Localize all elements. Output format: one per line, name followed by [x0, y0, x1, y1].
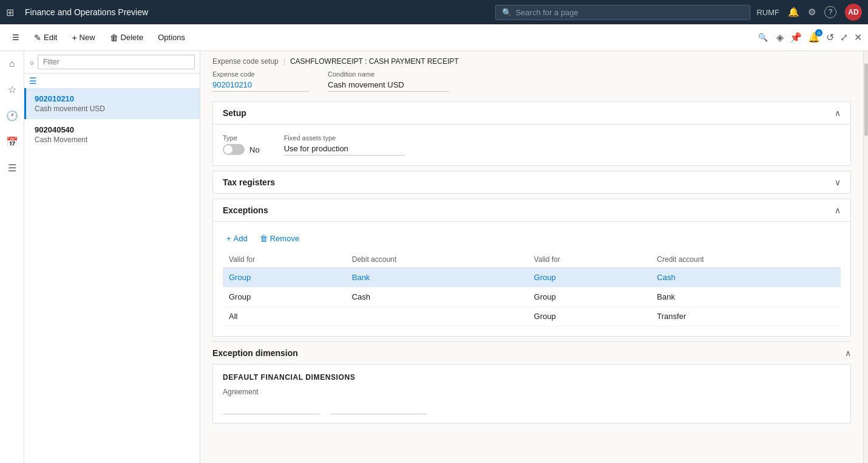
type-toggle[interactable]: [223, 144, 245, 155]
favorites-icon[interactable]: ☆: [5, 81, 19, 98]
user-avatar[interactable]: AD: [845, 4, 862, 21]
add-plus-icon: +: [226, 234, 231, 243]
cell-valid-for-1: All: [223, 307, 346, 326]
tax-registers-section: Tax registers ∨: [212, 171, 851, 194]
edit-pen-icon: ✎: [34, 33, 41, 43]
setup-chevron-up-icon: ∧: [835, 108, 841, 118]
filter-input[interactable]: [38, 55, 195, 69]
grid-icon[interactable]: ⊞: [6, 7, 14, 18]
options-button[interactable]: Options: [152, 29, 191, 46]
setup-section-header[interactable]: Setup ∧: [213, 102, 850, 125]
fixed-assets-value[interactable]: Use for production: [284, 144, 405, 156]
type-field: Type No: [223, 134, 260, 155]
sidebar-filter-bar: ⬦: [24, 51, 200, 74]
def-fin-label: Agreement: [223, 388, 841, 396]
col-valid-for-1: Valid for: [223, 252, 346, 268]
delete-trash-icon: 🗑: [110, 33, 118, 43]
add-button[interactable]: + Add: [223, 231, 251, 245]
breadcrumb-part1: Expense code setup: [212, 57, 279, 66]
main-content: Expense code setup | CASHFLOWRECEIPT : C…: [200, 51, 863, 463]
notification-icon[interactable]: 🔔0: [808, 32, 820, 43]
breadcrumb-current: CASHFLOWRECEIPT : CASH PAYMENT RECEIPT: [290, 57, 459, 66]
cell-credit-account: Cash: [651, 268, 841, 287]
exception-dimension-header[interactable]: Exception dimension ∧: [212, 341, 851, 364]
delete-button[interactable]: 🗑 Delete: [104, 29, 150, 46]
sidebar-item-name: Cash Movement: [35, 135, 191, 144]
exceptions-table: Valid for Debit account Valid for Credit…: [223, 252, 841, 326]
main-layout: ⌂ ☆ 🕐 📅 ☰ ⬦ ☰ 902010210 Cash movement US…: [0, 51, 868, 463]
close-icon[interactable]: ✕: [854, 32, 862, 43]
pin-icon[interactable]: 📌: [790, 32, 802, 43]
list-item[interactable]: 902010210 Cash movement USD: [24, 88, 200, 119]
expense-code-value[interactable]: 902010210: [212, 80, 310, 92]
def-fin-input-2[interactable]: [330, 400, 427, 414]
new-button[interactable]: + New: [66, 29, 101, 46]
exceptions-chevron-up-icon: ∧: [835, 205, 841, 215]
col-credit-account: Credit account: [651, 252, 841, 268]
expand-icon[interactable]: ⤢: [840, 32, 848, 43]
far-left-navigation: ⌂ ☆ 🕐 📅 ☰: [0, 51, 24, 463]
recent-icon[interactable]: 🕐: [4, 108, 21, 124]
col-debit-account: Debit account: [346, 252, 528, 268]
cell-debit-account: Cash: [346, 287, 528, 307]
command-bar: ☰ ✎ Edit + New 🗑 Delete Options 🔍 ◈ 📌 🔔0…: [0, 24, 868, 51]
edit-button[interactable]: ✎ Edit: [28, 29, 63, 46]
header-fields: Expense code 902010210 Condition name Ca…: [200, 70, 863, 101]
type-toggle-row: No: [223, 144, 260, 155]
bell-icon[interactable]: 🔔: [788, 7, 799, 18]
cell-valid-for-1: Group: [223, 268, 346, 287]
exceptions-section: Exceptions ∧ + Add 🗑 Remove: [212, 199, 851, 337]
search-placeholder: Search for a page: [515, 8, 578, 17]
workspaces-icon[interactable]: 📅: [4, 134, 21, 150]
tax-registers-section-header[interactable]: Tax registers ∨: [213, 171, 850, 193]
tax-registers-chevron-down-icon: ∨: [835, 177, 841, 187]
search-box[interactable]: 🔍 Search for a page: [495, 5, 750, 20]
remove-trash-icon: 🗑: [260, 234, 268, 243]
def-fin-title: DEFAULT FINANCIAL DIMENSIONS: [223, 373, 841, 382]
exceptions-title: Exceptions: [223, 205, 268, 215]
hamburger-menu-button[interactable]: ☰: [6, 29, 25, 46]
cell-valid-for-1: Group: [223, 287, 346, 307]
expense-code-field: Expense code 902010210: [212, 70, 310, 92]
breadcrumb-separator: |: [283, 57, 285, 66]
gear-icon[interactable]: ⚙: [808, 7, 816, 18]
condition-name-value[interactable]: Cash movement USD: [328, 80, 449, 92]
sidebar-item-code: 902010210: [35, 94, 191, 103]
filter-icon[interactable]: ⬦: [29, 57, 34, 67]
scrollbar[interactable]: [863, 51, 868, 463]
table-row[interactable]: Group Cash Group Bank: [223, 287, 841, 307]
modules-icon[interactable]: ☰: [5, 160, 19, 176]
fixed-assets-field: Fixed assets type Use for production: [284, 134, 405, 156]
cell-valid-for-2: Group: [528, 307, 651, 326]
help-icon[interactable]: ?: [824, 6, 836, 18]
search-toggle-button[interactable]: 🔍: [752, 29, 774, 46]
setup-row: Type No Fixed assets type Use for produc…: [223, 134, 841, 156]
list-item[interactable]: 902040540 Cash Movement: [24, 119, 200, 150]
cell-debit-account: [346, 307, 528, 326]
scrollbar-thumb[interactable]: [864, 63, 868, 136]
remove-button[interactable]: 🗑 Remove: [256, 231, 303, 245]
table-row[interactable]: Group Bank Group Cash: [223, 268, 841, 287]
refresh-icon[interactable]: ↺: [826, 32, 834, 43]
default-financial-dimensions: DEFAULT FINANCIAL DIMENSIONS Agreement: [212, 364, 851, 424]
condition-name-label: Condition name: [328, 70, 449, 78]
search-cmd-icon: 🔍: [758, 33, 768, 42]
app-title: Finance and Operations Preview: [25, 7, 489, 17]
exception-dimension-chevron-up-icon: ∧: [845, 348, 851, 358]
exceptions-section-body: + Add 🗑 Remove Valid for Debit account V…: [213, 222, 850, 336]
cell-valid-for-2: Group: [528, 268, 651, 287]
sidebar-item-code: 902040540: [35, 125, 191, 134]
table-row[interactable]: All Group Transfer: [223, 307, 841, 326]
exceptions-actions: + Add 🗑 Remove: [223, 231, 841, 245]
left-sidebar: ⬦ ☰ 902010210 Cash movement USD 90204054…: [24, 51, 200, 463]
def-fin-input-1[interactable]: [223, 400, 320, 414]
sidebar-list-header: ☰: [24, 74, 200, 88]
type-label: Type: [223, 134, 260, 142]
home-icon[interactable]: ⌂: [7, 56, 18, 72]
diamond-icon[interactable]: ◈: [776, 32, 784, 43]
cmd-bar-right-icons: ◈ 📌 🔔0 ↺ ⤢ ✕: [776, 32, 862, 43]
setup-section-body: Type No Fixed assets type Use for produc…: [213, 125, 850, 165]
search-icon: 🔍: [502, 8, 512, 17]
breadcrumb: Expense code setup | CASHFLOWRECEIPT : C…: [200, 51, 863, 70]
exceptions-section-header[interactable]: Exceptions ∧: [213, 199, 850, 222]
